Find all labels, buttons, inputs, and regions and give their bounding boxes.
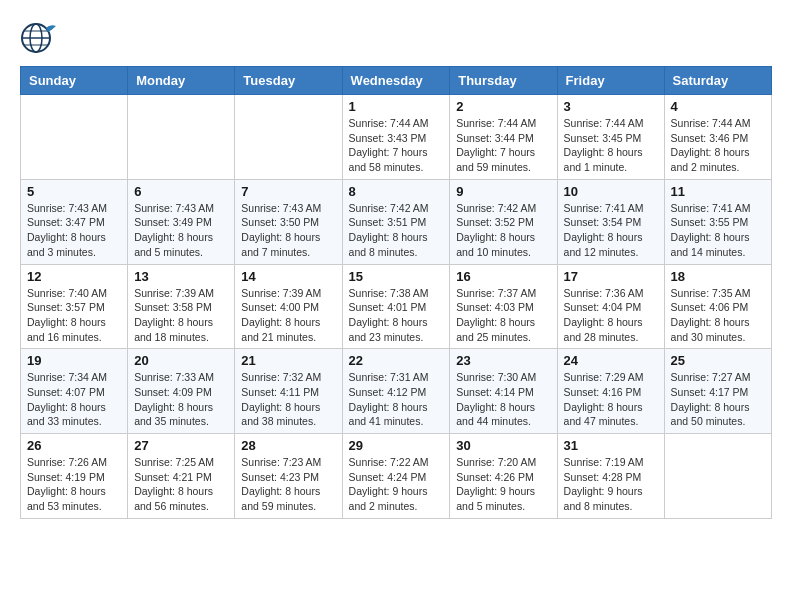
calendar-cell: 2Sunrise: 7:44 AMSunset: 3:44 PMDaylight…	[450, 95, 557, 180]
calendar-cell: 21Sunrise: 7:32 AMSunset: 4:11 PMDayligh…	[235, 349, 342, 434]
day-number: 15	[349, 269, 444, 284]
day-info: Sunrise: 7:39 AMSunset: 4:00 PMDaylight:…	[241, 286, 335, 345]
day-number: 10	[564, 184, 658, 199]
day-info: Sunrise: 7:33 AMSunset: 4:09 PMDaylight:…	[134, 370, 228, 429]
calendar-cell	[235, 95, 342, 180]
day-info: Sunrise: 7:29 AMSunset: 4:16 PMDaylight:…	[564, 370, 658, 429]
calendar-cell: 3Sunrise: 7:44 AMSunset: 3:45 PMDaylight…	[557, 95, 664, 180]
day-number: 5	[27, 184, 121, 199]
day-number: 3	[564, 99, 658, 114]
day-number: 8	[349, 184, 444, 199]
day-number: 4	[671, 99, 765, 114]
calendar-cell: 22Sunrise: 7:31 AMSunset: 4:12 PMDayligh…	[342, 349, 450, 434]
day-info: Sunrise: 7:42 AMSunset: 3:52 PMDaylight:…	[456, 201, 550, 260]
day-info: Sunrise: 7:43 AMSunset: 3:47 PMDaylight:…	[27, 201, 121, 260]
day-number: 6	[134, 184, 228, 199]
col-header-friday: Friday	[557, 67, 664, 95]
day-number: 7	[241, 184, 335, 199]
day-info: Sunrise: 7:38 AMSunset: 4:01 PMDaylight:…	[349, 286, 444, 345]
day-info: Sunrise: 7:44 AMSunset: 3:43 PMDaylight:…	[349, 116, 444, 175]
logo-icon	[20, 20, 58, 56]
calendar-cell: 23Sunrise: 7:30 AMSunset: 4:14 PMDayligh…	[450, 349, 557, 434]
day-info: Sunrise: 7:31 AMSunset: 4:12 PMDaylight:…	[349, 370, 444, 429]
calendar-cell: 9Sunrise: 7:42 AMSunset: 3:52 PMDaylight…	[450, 179, 557, 264]
calendar-cell: 25Sunrise: 7:27 AMSunset: 4:17 PMDayligh…	[664, 349, 771, 434]
calendar-cell: 13Sunrise: 7:39 AMSunset: 3:58 PMDayligh…	[128, 264, 235, 349]
day-number: 24	[564, 353, 658, 368]
col-header-tuesday: Tuesday	[235, 67, 342, 95]
calendar-cell: 18Sunrise: 7:35 AMSunset: 4:06 PMDayligh…	[664, 264, 771, 349]
calendar-cell	[21, 95, 128, 180]
day-info: Sunrise: 7:26 AMSunset: 4:19 PMDaylight:…	[27, 455, 121, 514]
calendar-cell: 8Sunrise: 7:42 AMSunset: 3:51 PMDaylight…	[342, 179, 450, 264]
col-header-monday: Monday	[128, 67, 235, 95]
calendar-week-1: 1Sunrise: 7:44 AMSunset: 3:43 PMDaylight…	[21, 95, 772, 180]
day-number: 20	[134, 353, 228, 368]
day-number: 2	[456, 99, 550, 114]
day-number: 19	[27, 353, 121, 368]
calendar-cell: 6Sunrise: 7:43 AMSunset: 3:49 PMDaylight…	[128, 179, 235, 264]
day-number: 26	[27, 438, 121, 453]
day-info: Sunrise: 7:34 AMSunset: 4:07 PMDaylight:…	[27, 370, 121, 429]
day-number: 31	[564, 438, 658, 453]
day-info: Sunrise: 7:36 AMSunset: 4:04 PMDaylight:…	[564, 286, 658, 345]
calendar-cell: 16Sunrise: 7:37 AMSunset: 4:03 PMDayligh…	[450, 264, 557, 349]
day-info: Sunrise: 7:39 AMSunset: 3:58 PMDaylight:…	[134, 286, 228, 345]
calendar-cell: 11Sunrise: 7:41 AMSunset: 3:55 PMDayligh…	[664, 179, 771, 264]
day-info: Sunrise: 7:25 AMSunset: 4:21 PMDaylight:…	[134, 455, 228, 514]
calendar-cell: 14Sunrise: 7:39 AMSunset: 4:00 PMDayligh…	[235, 264, 342, 349]
day-number: 16	[456, 269, 550, 284]
day-number: 28	[241, 438, 335, 453]
calendar-cell: 17Sunrise: 7:36 AMSunset: 4:04 PMDayligh…	[557, 264, 664, 349]
logo	[20, 20, 62, 56]
calendar-cell: 19Sunrise: 7:34 AMSunset: 4:07 PMDayligh…	[21, 349, 128, 434]
day-number: 9	[456, 184, 550, 199]
day-number: 12	[27, 269, 121, 284]
calendar-cell: 4Sunrise: 7:44 AMSunset: 3:46 PMDaylight…	[664, 95, 771, 180]
day-number: 11	[671, 184, 765, 199]
calendar-cell: 31Sunrise: 7:19 AMSunset: 4:28 PMDayligh…	[557, 434, 664, 519]
calendar-week-5: 26Sunrise: 7:26 AMSunset: 4:19 PMDayligh…	[21, 434, 772, 519]
calendar-cell: 1Sunrise: 7:44 AMSunset: 3:43 PMDaylight…	[342, 95, 450, 180]
calendar-cell: 12Sunrise: 7:40 AMSunset: 3:57 PMDayligh…	[21, 264, 128, 349]
calendar-cell	[128, 95, 235, 180]
day-number: 30	[456, 438, 550, 453]
col-header-wednesday: Wednesday	[342, 67, 450, 95]
calendar-header-row: SundayMondayTuesdayWednesdayThursdayFrid…	[21, 67, 772, 95]
day-info: Sunrise: 7:23 AMSunset: 4:23 PMDaylight:…	[241, 455, 335, 514]
calendar-cell: 5Sunrise: 7:43 AMSunset: 3:47 PMDaylight…	[21, 179, 128, 264]
calendar-cell: 29Sunrise: 7:22 AMSunset: 4:24 PMDayligh…	[342, 434, 450, 519]
day-number: 18	[671, 269, 765, 284]
day-info: Sunrise: 7:44 AMSunset: 3:45 PMDaylight:…	[564, 116, 658, 175]
day-info: Sunrise: 7:37 AMSunset: 4:03 PMDaylight:…	[456, 286, 550, 345]
day-info: Sunrise: 7:40 AMSunset: 3:57 PMDaylight:…	[27, 286, 121, 345]
calendar-cell: 28Sunrise: 7:23 AMSunset: 4:23 PMDayligh…	[235, 434, 342, 519]
day-info: Sunrise: 7:32 AMSunset: 4:11 PMDaylight:…	[241, 370, 335, 429]
day-info: Sunrise: 7:44 AMSunset: 3:44 PMDaylight:…	[456, 116, 550, 175]
day-number: 14	[241, 269, 335, 284]
col-header-sunday: Sunday	[21, 67, 128, 95]
day-number: 23	[456, 353, 550, 368]
calendar-cell: 15Sunrise: 7:38 AMSunset: 4:01 PMDayligh…	[342, 264, 450, 349]
day-info: Sunrise: 7:20 AMSunset: 4:26 PMDaylight:…	[456, 455, 550, 514]
day-info: Sunrise: 7:35 AMSunset: 4:06 PMDaylight:…	[671, 286, 765, 345]
day-info: Sunrise: 7:27 AMSunset: 4:17 PMDaylight:…	[671, 370, 765, 429]
day-info: Sunrise: 7:42 AMSunset: 3:51 PMDaylight:…	[349, 201, 444, 260]
col-header-saturday: Saturday	[664, 67, 771, 95]
calendar-cell: 10Sunrise: 7:41 AMSunset: 3:54 PMDayligh…	[557, 179, 664, 264]
calendar-table: SundayMondayTuesdayWednesdayThursdayFrid…	[20, 66, 772, 519]
day-number: 29	[349, 438, 444, 453]
day-number: 25	[671, 353, 765, 368]
day-number: 1	[349, 99, 444, 114]
day-number: 21	[241, 353, 335, 368]
calendar-cell: 26Sunrise: 7:26 AMSunset: 4:19 PMDayligh…	[21, 434, 128, 519]
day-info: Sunrise: 7:19 AMSunset: 4:28 PMDaylight:…	[564, 455, 658, 514]
day-info: Sunrise: 7:43 AMSunset: 3:49 PMDaylight:…	[134, 201, 228, 260]
day-number: 27	[134, 438, 228, 453]
calendar-cell: 24Sunrise: 7:29 AMSunset: 4:16 PMDayligh…	[557, 349, 664, 434]
day-info: Sunrise: 7:41 AMSunset: 3:55 PMDaylight:…	[671, 201, 765, 260]
calendar-week-4: 19Sunrise: 7:34 AMSunset: 4:07 PMDayligh…	[21, 349, 772, 434]
day-info: Sunrise: 7:41 AMSunset: 3:54 PMDaylight:…	[564, 201, 658, 260]
calendar-cell: 27Sunrise: 7:25 AMSunset: 4:21 PMDayligh…	[128, 434, 235, 519]
day-number: 13	[134, 269, 228, 284]
